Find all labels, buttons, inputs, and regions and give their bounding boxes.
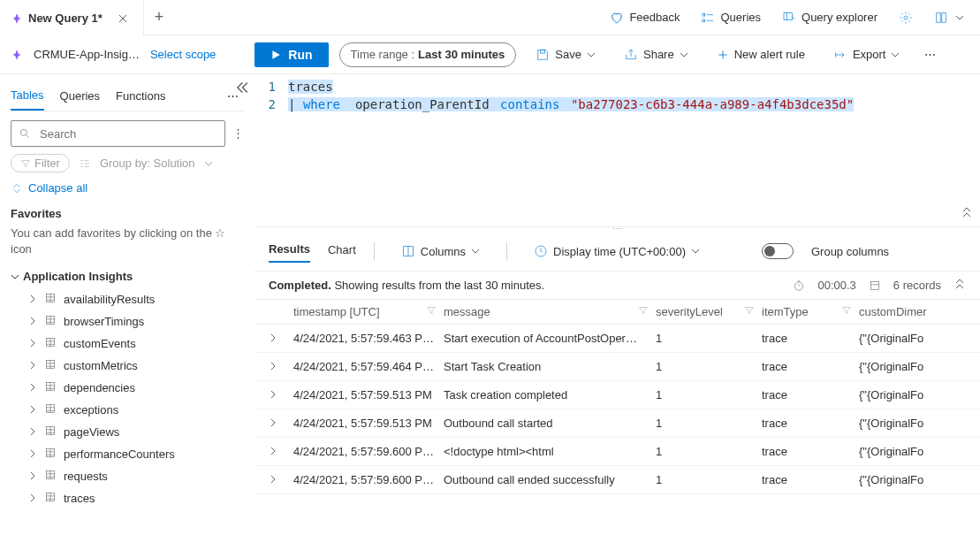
filter-icon[interactable] [638,305,649,318]
save-button[interactable]: Save [527,42,604,67]
chevron-right-icon [28,470,37,483]
feedback-button[interactable]: Feedback [601,5,688,30]
filter-icon[interactable] [426,305,437,318]
more-button[interactable]: ⋯ [919,42,941,66]
collapse-all-button[interactable]: Collapse all [11,181,244,195]
group-by-button[interactable]: Group by: Solution [100,157,195,170]
group-columns-toggle[interactable] [762,243,794,259]
table-row[interactable]: 4/24/2021, 5:57:59.464 P…Start Task Crea… [254,353,980,381]
search-icon [19,127,31,140]
tree-item[interactable]: browserTimings [11,310,244,333]
time-range-button[interactable]: Time range : Last 30 minutes [339,42,517,67]
chevron-down-icon [587,50,596,59]
search-menu[interactable]: ⋮ [232,126,244,140]
new-alert-button[interactable]: New alert rule [708,42,814,66]
tree-item-label: performanceCounters [64,447,175,461]
export-button[interactable]: Export [824,42,909,67]
tab-tables[interactable]: Tables [11,81,44,111]
plus-icon [717,49,729,61]
close-icon[interactable] [118,14,133,23]
tree-item-label: customEvents [64,337,136,350]
pin-icon [11,12,28,25]
svg-rect-19 [870,281,878,289]
tab-title: New Query 1* [28,11,103,25]
query-tab[interactable]: New Query 1* [0,0,144,35]
expand-all-icon[interactable] [953,279,966,292]
chevron-down-icon [204,159,213,168]
tree-item[interactable]: traces [11,487,244,509]
help-button[interactable] [925,5,973,30]
table-row[interactable]: 4/24/2021, 5:57:59.513 PMOutbound call s… [254,409,980,438]
table-icon [44,358,57,373]
chevron-right-icon [28,425,37,439]
resource-icon [11,49,23,61]
expand-row-button[interactable] [269,445,293,458]
tab-queries[interactable]: Queries [60,82,101,110]
search-input-wrap[interactable] [11,120,225,147]
query-explorer-button[interactable]: Query explorer [773,5,886,30]
save-icon [536,48,550,62]
share-button[interactable]: Share [615,42,697,67]
heart-icon [610,11,624,25]
table-row[interactable]: 4/24/2021, 5:57:59.600 P…<!doctype html>… [254,438,980,466]
collapse-sidebar-button[interactable] [235,81,247,96]
tree-item[interactable]: requests [11,465,244,487]
tree-root[interactable]: Application Insights [11,270,244,283]
queries-icon [701,11,715,25]
queries-button[interactable]: Queries [692,5,770,30]
columns-button[interactable]: Columns [392,239,489,264]
expand-row-button[interactable] [269,332,293,345]
filter-icon[interactable] [744,305,755,318]
favorites-heading: Favorites [11,207,244,220]
expand-row-button[interactable] [269,360,293,373]
filter-button[interactable]: Filter [11,154,70,172]
tree-item[interactable]: pageViews [11,421,244,443]
table-icon [44,469,57,484]
tree-item[interactable]: performanceCounters [11,443,244,465]
chevron-down-icon [471,247,480,256]
expand-row-button[interactable] [269,388,293,402]
chevron-right-icon [28,381,37,394]
table-row[interactable]: 4/24/2021, 5:57:59.513 PMTask creation c… [254,381,980,409]
tree-item-label: exceptions [64,403,118,417]
tab-functions[interactable]: Functions [116,82,165,110]
tree-item[interactable]: customMetrics [11,355,244,377]
explorer-icon [782,11,796,25]
search-input[interactable] [38,126,217,141]
table-row[interactable]: 4/24/2021, 5:57:59.600 P…Outbound call e… [254,466,980,494]
query-editor[interactable]: 12 traces | where operation_ParentId con… [254,74,980,226]
table-icon [44,314,57,329]
table-icon [44,424,57,440]
tab-results[interactable]: Results [269,241,310,263]
expand-row-button[interactable] [269,417,293,430]
group-columns-label: Group columns [811,245,889,258]
chevron-down-icon [891,50,900,59]
new-tab-button[interactable]: + [144,8,175,27]
svg-rect-2 [784,12,792,19]
filter-icon[interactable] [841,305,852,318]
table-icon [44,491,57,506]
tree-item[interactable]: availabilityResults [11,288,244,310]
settings-button[interactable] [890,5,922,30]
line-gutter: 12 [254,74,283,226]
run-button[interactable]: Run [254,42,328,67]
col-itemtype[interactable]: itemType [762,305,809,318]
tab-chart[interactable]: Chart [328,241,356,262]
chevron-right-icon [28,315,37,328]
display-time-button[interactable]: Display time (UTC+00:00) [525,239,709,264]
expand-editor-button[interactable] [961,206,973,221]
col-timestamp[interactable]: timestamp [UTC] [293,305,380,318]
select-scope-link[interactable]: Select scope [150,48,216,61]
table-icon [44,292,57,307]
tree-item[interactable]: exceptions [11,399,244,421]
table-row[interactable]: 4/24/2021, 5:57:59.463 P…Start execution… [254,325,980,353]
svg-rect-4 [541,50,545,52]
tree-item[interactable]: customEvents [11,333,244,355]
expand-row-button[interactable] [269,473,293,486]
tree-item-label: dependencies [64,381,135,394]
col-severity[interactable]: severityLevel [656,305,723,318]
col-custom[interactable]: customDimer [859,305,927,318]
col-message[interactable]: message [444,305,490,318]
svg-point-5 [20,129,27,135]
tree-item[interactable]: dependencies [11,377,244,399]
